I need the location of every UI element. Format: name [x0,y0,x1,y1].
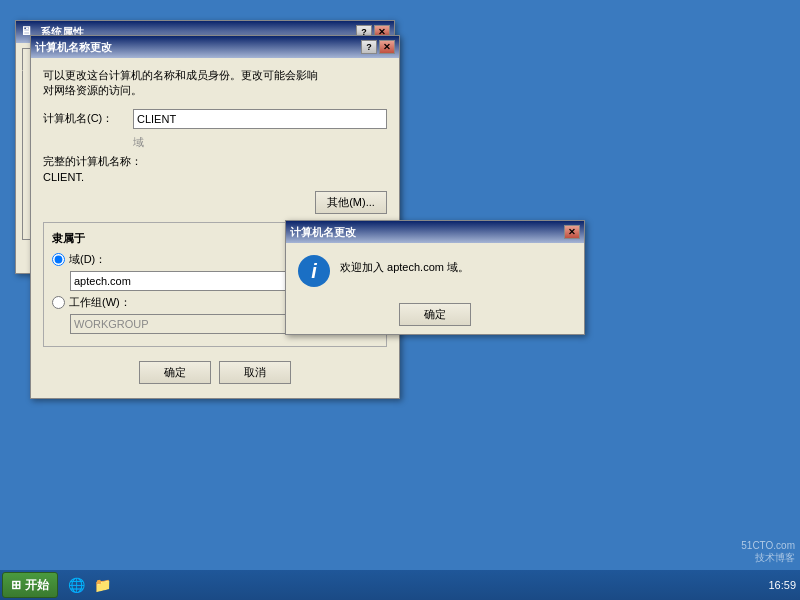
comp-name-ok-button[interactable]: 确定 [139,361,211,384]
rename-success-message: 欢迎加入 aptech.com 域。 [340,255,572,276]
comp-name-dialog-buttons: 确定 取消 [43,355,387,388]
start-button[interactable]: ⊞ 开始 [2,572,58,598]
comp-name-close-button[interactable]: ✕ [379,40,395,54]
rename-success-dialog: 计算机名更改 ✕ i 欢迎加入 aptech.com 域。 确定 [285,220,585,335]
domain-radio-label: 域(D)： [69,252,106,267]
workgroup-radio[interactable] [52,296,65,309]
rename-ok-button[interactable]: 确定 [399,303,471,326]
info-icon: i [298,255,330,287]
comp-name-label: 计算机名(C)： [43,111,133,126]
watermark-line1: 51CTO.com [741,540,795,551]
rename-ok-row: 确定 [286,299,584,334]
rename-success-titlebar-buttons: ✕ [564,225,580,239]
comp-name-titlebar-buttons: ? ✕ [361,40,395,54]
rename-success-titlebar[interactable]: 计算机名更改 ✕ [286,221,584,243]
domain-radio[interactable] [52,253,65,266]
rename-success-close-button[interactable]: ✕ [564,225,580,239]
taskbar-clock: 16:59 [768,579,796,591]
desktop: 🖥 系统属性 ? ✕ 计算机名 硬件 高级 系统还原 自动更新 远程 Windo… [0,0,800,600]
taskbar-quick-launch: 🌐 📁 [64,573,114,597]
clock-display: 16:59 [768,579,796,591]
comp-name-title: 计算机名称更改 [35,40,361,55]
comp-name-titlebar[interactable]: 计算机名称更改 ? ✕ [31,36,399,58]
comp-name-input[interactable] [133,109,387,129]
full-name-section-value: CLIENT. [43,171,387,183]
domain-suffix-hint: 域 [133,135,144,150]
watermark: 51CTO.com 技术博客 [741,540,795,565]
rename-success-content: i 欢迎加入 aptech.com 域。 [286,243,584,299]
start-label: 开始 [25,577,49,594]
workgroup-radio-label: 工作组(W)： [69,295,131,310]
more-button[interactable]: 其他(M)... [315,191,387,214]
more-button-row: 其他(M)... [43,191,387,214]
full-name-section: 完整的计算机名称： CLIENT. [43,154,387,183]
comp-name-description: 可以更改这台计算机的名称和成员身份。更改可能会影响对网络资源的访问。 [43,68,387,99]
rename-success-title: 计算机名更改 [290,225,564,240]
watermark-line2: 技术博客 [741,551,795,565]
comp-name-help-button[interactable]: ? [361,40,377,54]
comp-name-change-dialog: 计算机名称更改 ? ✕ 可以更改这台计算机的名称和成员身份。更改可能会影响对网络… [30,35,400,399]
full-name-section-label: 完整的计算机名称： [43,154,387,169]
start-icon: ⊞ [11,578,21,592]
comp-name-cancel-button[interactable]: 取消 [219,361,291,384]
ie-icon[interactable]: 🌐 [64,573,88,597]
explorer-icon[interactable]: 📁 [90,573,114,597]
taskbar: ⊞ 开始 🌐 📁 16:59 [0,570,800,600]
